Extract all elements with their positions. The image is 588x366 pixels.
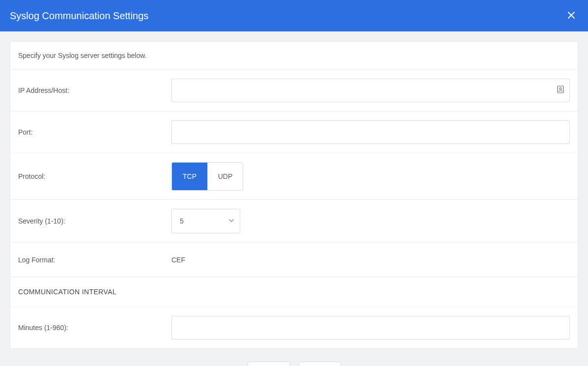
row-minutes: Minutes (1-960): [10, 307, 578, 348]
ip-input[interactable] [171, 79, 570, 102]
ip-label: IP Address/Host: [18, 86, 171, 94]
row-ip: IP Address/Host: [10, 70, 578, 112]
logformat-value: CEF [171, 256, 185, 264]
dialog-title: Syslog Communication Settings [10, 10, 148, 22]
settings-card: Specify your Syslog server settings belo… [10, 41, 578, 349]
dialog-footer: Save Close [0, 359, 588, 366]
protocol-tcp-button[interactable]: TCP [172, 163, 207, 190]
protocol-toggle-group: TCP UDP [171, 162, 243, 191]
minutes-input[interactable] [171, 316, 570, 339]
minutes-label: Minutes (1-960): [18, 324, 171, 332]
logformat-label: Log Format: [18, 256, 171, 264]
section-heading: COMMUNICATION INTERVAL [10, 277, 578, 307]
close-icon[interactable] [564, 8, 578, 24]
row-logformat: Log Format: CEF [10, 243, 578, 277]
dialog-header: Syslog Communication Settings [0, 0, 588, 31]
save-button[interactable]: Save [248, 362, 290, 366]
severity-label: Severity (1-10): [18, 217, 171, 225]
row-port: Port: [10, 112, 578, 153]
protocol-label: Protocol: [18, 172, 171, 180]
close-button[interactable]: Close [299, 362, 341, 366]
row-protocol: Protocol: TCP UDP [10, 153, 578, 200]
severity-select[interactable]: 5 [171, 209, 240, 233]
row-severity: Severity (1-10): 5 [10, 200, 578, 243]
intro-text: Specify your Syslog server settings belo… [10, 42, 578, 70]
port-label: Port: [18, 128, 171, 136]
severity-value: 5 [180, 217, 184, 225]
protocol-udp-button[interactable]: UDP [207, 163, 243, 190]
port-input[interactable] [171, 120, 570, 144]
